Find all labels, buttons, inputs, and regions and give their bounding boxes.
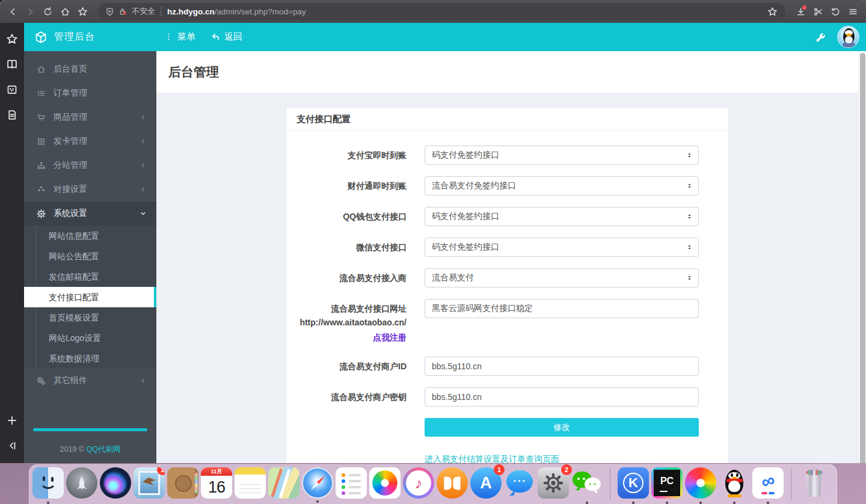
dock-baidu[interactable]: ∞: [752, 467, 784, 499]
home-button[interactable]: [57, 4, 73, 20]
bookmarks-star-button[interactable]: [75, 4, 91, 20]
tools-wrench-button[interactable]: [815, 32, 826, 43]
card-title: 支付接口配置: [286, 108, 728, 131]
page-scrollbar[interactable]: [858, 51, 866, 463]
form-row: 支付宝即时到账码支付免签约接口: [286, 146, 728, 165]
page-title-band: 后台管理: [156, 51, 858, 93]
dock-messages[interactable]: ⋯: [504, 467, 535, 499]
forward-button[interactable]: [22, 4, 38, 20]
dock-siri[interactable]: [100, 467, 131, 499]
calendar-month: 11月: [201, 467, 232, 476]
sidebar-item-home[interactable]: 后台首页: [24, 57, 156, 81]
dock-mail[interactable]: 1: [134, 467, 165, 499]
shield-icon[interactable]: [105, 7, 114, 16]
submenu-item[interactable]: 系统数据清理: [24, 348, 156, 369]
dock-maps[interactable]: [268, 467, 299, 499]
sidebar-item-label: 对接设置: [54, 184, 140, 195]
sidebar-item-cubes[interactable]: 对接设置: [24, 177, 156, 201]
text-input[interactable]: [425, 299, 699, 318]
back-button[interactable]: [5, 4, 21, 20]
dock-qq[interactable]: [719, 467, 750, 499]
itunes-glyph: ♪: [415, 475, 423, 492]
url-text[interactable]: hz.hdygo.cn/admin/set.php?mod=pay: [167, 7, 764, 16]
text-input[interactable]: [425, 387, 699, 407]
screenshot-scissors-button[interactable]: [810, 4, 826, 20]
sidebar-item-gear[interactable]: 系统设置: [24, 201, 156, 226]
sidebar-item-gears[interactable]: 其它组件: [24, 369, 156, 393]
epay-link-row: 进入易支付结算设置及订单查询页面: [286, 454, 728, 463]
bookmark-page-star-icon[interactable]: [764, 4, 781, 20]
calendar-day: 16: [201, 476, 232, 499]
dock-notes[interactable]: [235, 467, 266, 499]
downloads-button[interactable]: [793, 4, 809, 20]
submit-button[interactable]: 修改: [425, 418, 699, 437]
back-link-button[interactable]: 返回: [211, 31, 242, 43]
dock-safari[interactable]: [302, 467, 333, 499]
dock-sysprefs[interactable]: 2: [538, 467, 569, 499]
dock-keka[interactable]: K: [618, 467, 649, 499]
url-bar[interactable]: 不安全 hz.hdygo.cn/admin/set.php?mod=pay: [98, 3, 785, 20]
form-row: 微信支付接口码支付免签约接口: [286, 238, 728, 257]
dock-calendar[interactable]: 11月16: [201, 467, 232, 499]
dock-contacts[interactable]: [167, 467, 198, 499]
dock-separator: [791, 469, 791, 500]
dock-wechat[interactable]: [571, 467, 603, 499]
sidebar-item-label: 商品管理: [54, 112, 140, 123]
pixel-face-icon[interactable]: [5, 83, 19, 96]
form-row: 流合易支付商户ID: [286, 357, 728, 376]
submenu-item[interactable]: 发信邮箱配置: [24, 266, 156, 287]
submenu-item[interactable]: 网站信息配置: [24, 226, 156, 246]
dock-itunes[interactable]: ♪: [403, 467, 434, 499]
dock-reminders[interactable]: [336, 467, 367, 499]
scrollbar-thumb[interactable]: [860, 53, 865, 463]
chevron-left-icon: [140, 138, 147, 145]
insecure-lock-icon[interactable]: [118, 7, 127, 16]
submenu-item[interactable]: 网站Logo设置: [24, 328, 156, 348]
submenu-item[interactable]: 网站公告配置: [24, 246, 156, 266]
running-indicator-dot: [316, 500, 319, 503]
app-menu-button[interactable]: [845, 4, 861, 20]
sidebar-item-grid[interactable]: 发卡管理: [24, 129, 156, 153]
reading-book-icon[interactable]: [5, 58, 19, 71]
user-avatar[interactable]: [837, 26, 859, 48]
dock-pinwheel[interactable]: [685, 467, 716, 499]
sidebar-item-label: 后台首页: [54, 64, 156, 75]
session-restore-button[interactable]: [828, 4, 844, 20]
url-path: /admin/set.php?mod=pay: [215, 7, 306, 16]
reload-button[interactable]: [40, 4, 56, 20]
select-field[interactable]: 码支付免签约接口: [425, 207, 699, 226]
dock-trash[interactable]: [799, 467, 830, 499]
sidebar-item-cart[interactable]: 商品管理: [24, 105, 156, 129]
register-link[interactable]: 点我注册: [373, 330, 407, 345]
dock-appstore[interactable]: A1: [470, 467, 502, 499]
notes-document-icon[interactable]: [5, 108, 19, 121]
dock-launchpad[interactable]: [66, 467, 97, 499]
select-field[interactable]: 码支付免签约接口: [425, 238, 699, 257]
field-label: 流合易支付接口网址: [286, 299, 407, 315]
dock-finder[interactable]: [32, 467, 64, 499]
submenu-item-active[interactable]: 支付接口配置: [24, 287, 156, 307]
favorites-star-icon[interactable]: [5, 32, 19, 46]
add-plus-icon[interactable]: [5, 414, 19, 427]
select-field[interactable]: 码支付免签约接口: [425, 146, 699, 165]
gear-icon: [543, 473, 564, 493]
sidebar-item-label: 分站管理: [54, 160, 140, 171]
sidebar-item-sitemap[interactable]: 分站管理: [24, 153, 156, 177]
select-field[interactable]: 流合易支付: [425, 268, 699, 287]
submenu-item[interactable]: 首页模板设置: [24, 307, 156, 328]
sidebar-item-list[interactable]: 订单管理: [24, 81, 156, 105]
running-indicator-dot: [767, 502, 769, 504]
dock-books[interactable]: [437, 467, 468, 499]
field-label: 财付通即时到账: [286, 176, 407, 195]
select-value: 流合易支付免签约接口: [432, 180, 686, 191]
select-arrows-icon: [686, 274, 693, 282]
dock-photos[interactable]: [369, 467, 401, 499]
select-field[interactable]: 流合易支付免签约接口: [425, 176, 699, 195]
collapse-sidebar-icon[interactable]: [5, 439, 19, 452]
brand-link[interactable]: QQ代刷网: [87, 445, 121, 453]
menu-toggle-button[interactable]: 菜单: [164, 31, 195, 43]
admin-header: 管理后台 菜单 返回: [24, 23, 866, 51]
dock-pycharm[interactable]: PC: [651, 467, 683, 499]
text-input[interactable]: [425, 357, 699, 376]
epay-settings-link[interactable]: 进入易支付结算设置及订单查询页面: [425, 454, 699, 463]
